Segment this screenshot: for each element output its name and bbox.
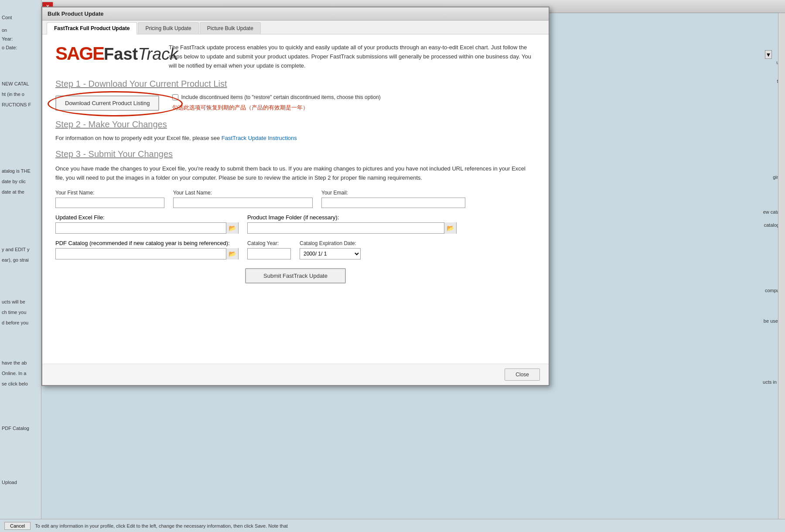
left-text-blocks-3: y and EDIT y ear), go strai [2,244,29,265]
form-row-catalog: PDF Catalog (recommended if new catalog … [55,240,536,259]
left-text-blocks-7: Upload [2,480,17,485]
form-section: Your First Name: Your Last Name: Your Em… [55,190,536,283]
tabs-bar: FastTrack Full Product Update Pricing Bu… [42,20,549,34]
email-label: Your Email: [321,190,465,196]
first-name-group: Your First Name: [55,190,164,208]
form-row-files: Updated Excel File: 📂 Product Image Fold… [55,214,536,234]
left-text-blocks-4: ucts will be ch time you d before you [2,297,28,328]
discontinued-row: Include discontinued items (to "restore"… [172,94,380,112]
step2-section: Step 2 - Make Your Changes For informati… [55,119,536,141]
cont-label: Cont [2,15,12,20]
header-section: SAGE FastTrack The FastTrack update proc… [55,43,536,70]
download-current-product-listing-button[interactable]: Download Current Product Listing [55,95,159,111]
image-folder-group: Product Image Folder (if necessary): 📂 [247,214,457,234]
step3-title: Step 3 - Submit Your Changes [55,149,536,159]
logo-fasttrack: FastTrack [104,45,178,64]
image-browse-button[interactable]: 📂 [444,222,456,234]
logo: SAGE FastTrack [55,43,156,64]
left-text-blocks-5: have the ab Online. In a se click belo [2,358,28,389]
discontinued-checkbox[interactable] [172,94,178,100]
last-name-label: Your Last Name: [173,190,313,196]
left-text-blocks-6: PDF Catalog [2,423,29,433]
modal-footer: Close [42,364,549,385]
last-name-input[interactable] [173,198,313,208]
catalog-year-label: Catalog Year: [247,240,291,246]
logo-fast: Fast [104,45,138,63]
step1-row: Download Current Product Listing Include… [55,94,536,112]
bg-scrollbar[interactable] [778,13,785,519]
modal-body: FastTrack Full Product Update Pricing Bu… [42,20,549,385]
catalog-year-input[interactable] [247,248,291,259]
submit-row: Submit FastTrack Update [55,268,536,283]
tab-pricing[interactable]: Pricing Bulk Update [138,22,198,34]
logo-sage: SAGE [55,43,104,64]
first-name-label: Your First Name: [55,190,164,196]
logo-area: SAGE FastTrack [55,43,156,64]
step1-section: Step 1 - Download Your Current Product L… [55,79,536,112]
catalog-expiry-label: Catalog Expiration Date: [300,240,361,246]
pdf-browse-button[interactable]: 📂 [226,248,238,259]
bulk-product-update-dialog: Bulk Product Update FastTrack Full Produ… [41,7,550,386]
image-folder-input-row: 📂 [247,222,457,234]
modal-titlebar: Bulk Product Update [42,7,549,20]
tab-picture[interactable]: Picture Bulk Update [200,22,261,34]
left-labels: on Year: o Date: [2,26,17,52]
tab-fasttrack[interactable]: FastTrack Full Product Update [47,22,137,34]
step2-static-text: For information on how to properly edit … [55,135,222,141]
image-folder-input[interactable] [248,223,444,233]
catalog-year-group: Catalog Year: [247,240,291,259]
catalog-expiry-select[interactable]: 2000/ 1/ 1 [300,248,361,259]
pdf-catalog-label: PDF Catalog (recommended if new catalog … [55,240,239,246]
pdf-catalog-input[interactable] [56,249,226,259]
excel-file-input[interactable] [56,223,226,233]
fasttrack-instructions-link[interactable]: FastTrack Update Instructions [222,135,297,141]
email-input[interactable] [321,198,465,208]
excel-file-group: Updated Excel File: 📂 [55,214,239,234]
last-name-group: Your Last Name: [173,190,313,208]
catalog-expiry-group: Catalog Expiration Date: 2000/ 1/ 1 [300,240,361,259]
submit-fasttrack-button[interactable]: Submit FastTrack Update [245,268,346,283]
bottom-text: To edit any information in your profile,… [35,523,288,529]
pdf-catalog-group: PDF Catalog (recommended if new catalog … [55,240,239,259]
step2-title: Step 2 - Make Your Changes [55,119,536,130]
description-text: The FastTrack update process enables you… [169,43,536,70]
discontinued-note: 勾选此选项可恢复到期的产品（产品的有效期是一年） [172,104,308,112]
left-text-blocks: NEW CATAL ht (in the o RUCTIONS F [2,78,31,110]
left-text-blocks-2: atalog is THE date by clic date at the [2,166,31,198]
step1-title: Step 1 - Download Your Current Product L… [55,79,536,89]
modal-title: Bulk Product Update [48,10,104,17]
excel-file-label: Updated Excel File: [55,214,239,221]
pdf-catalog-input-row: 📂 [55,248,239,259]
image-folder-label: Product Image Folder (if necessary): [247,214,457,221]
first-name-input[interactable] [55,198,164,208]
step2-text: For information on how to properly edit … [55,135,536,141]
excel-file-input-row: 📂 [55,222,239,234]
cancel-button[interactable]: Cancel [4,522,31,530]
discontinued-check-row: Include discontinued items (to "restore"… [172,94,380,100]
step3-description: Once you have made the changes to your E… [55,164,536,183]
dropdown-arrow[interactable]: ▼ [765,50,772,59]
form-row-names: Your First Name: Your Last Name: Your Em… [55,190,536,208]
excel-browse-button[interactable]: 📂 [226,222,238,234]
left-panel: Cont on Year: o Date: NEW CATAL ht (in t… [0,0,41,532]
bottom-bar: Cancel To edit any information in your p… [0,519,785,532]
email-group: Your Email: [321,190,465,208]
download-btn-wrapper: Download Current Product Listing [55,95,159,111]
discontinued-label: Include discontinued items (to "restore"… [181,94,380,100]
step3-section: Step 3 - Submit Your Changes Once you ha… [55,149,536,283]
close-button[interactable]: Close [505,368,540,381]
content-area: SAGE FastTrack The FastTrack update proc… [42,34,549,364]
